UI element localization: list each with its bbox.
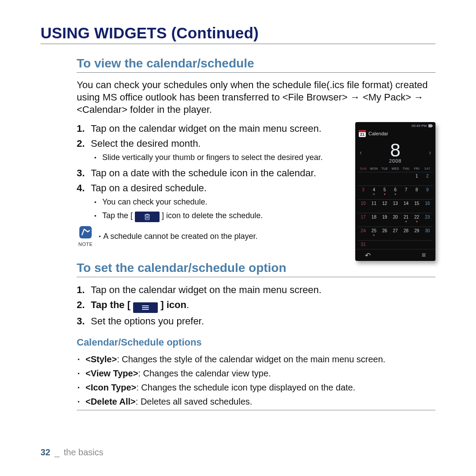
sub-list: You can check your schedule. Tap the [	[93, 197, 347, 222]
calendar-cell[interactable]: 28	[401, 227, 411, 238]
calendar-cell[interactable]: 14	[401, 199, 411, 210]
sub-item: Slide vertically your thumb or fingers t…	[93, 152, 347, 163]
calendar-cell[interactable]: 2	[422, 172, 433, 183]
calendar-cell[interactable]: 8	[411, 186, 422, 197]
step-text: ] icon	[160, 299, 186, 310]
step-item: Select the desired month. Slide vertical…	[77, 137, 347, 163]
option-key: <Icon Type>	[86, 383, 136, 392]
page-title: USING WIDGETS (Continued)	[41, 24, 435, 42]
calendar-cell[interactable]: 20	[390, 213, 401, 224]
calendar-cell[interactable]: 7	[401, 186, 411, 197]
divider	[77, 410, 435, 410]
calendar-cell[interactable]: 24	[358, 227, 368, 238]
svg-rect-2	[428, 124, 432, 127]
intro-text: You can check your schedules only when t…	[77, 79, 435, 116]
menu-icon[interactable]: ≡	[422, 251, 426, 259]
note-text: A schedule cannot be created on the play…	[99, 231, 258, 242]
divider	[77, 277, 435, 277]
options-heading: Calendar/Schedule options	[77, 337, 435, 348]
calendar-cell[interactable]: 23	[422, 213, 433, 224]
sub-item: You can check your schedule.	[93, 197, 347, 208]
month-number: 8	[362, 141, 429, 159]
calendar-cell[interactable]: 11	[368, 199, 379, 210]
calendar-cell[interactable]: 27	[390, 227, 401, 238]
options-list: <Style>: Changes the style of the calend…	[77, 353, 435, 408]
section-heading-set: To set the calendar/schedule option	[77, 261, 435, 275]
calendar-cell[interactable]: 1	[411, 172, 422, 183]
step-item: Tap on the calendar widget on the main m…	[77, 283, 435, 297]
calendar-grid[interactable]: 1234567891011121314151617181920212223242…	[355, 172, 435, 251]
calendar-cell[interactable]: 18	[368, 213, 379, 224]
calendar-cell	[368, 172, 379, 183]
option-value: : Changes the style of the calendar widg…	[117, 354, 385, 364]
step-item: Tap on a date with the schedule icon in …	[77, 167, 347, 180]
dow-label: WED	[390, 167, 401, 170]
status-time: 05:49 PM	[412, 124, 427, 128]
steps-list-set: Tap on the calendar widget on the main m…	[77, 283, 435, 328]
calendar-cell[interactable]: 25	[368, 227, 379, 238]
dow-label: FRI	[411, 167, 422, 170]
section-heading-view: To view the calendar/schedule	[77, 56, 435, 71]
status-bar: 05:49 PM	[355, 122, 435, 129]
dow-label: SAT	[422, 167, 433, 170]
footer-section: the basics	[64, 447, 104, 457]
step-item: Tap on the calendar widget on the main m…	[77, 122, 347, 135]
calendar-cell[interactable]: 19	[379, 213, 390, 224]
trash-icon	[135, 212, 160, 222]
calendar-cell[interactable]: 13	[390, 199, 401, 210]
step-item: Tap on a desired schedule. You can check…	[77, 182, 347, 222]
chevron-right-icon[interactable]: ›	[429, 149, 431, 156]
sub-item: Tap the [ ] icon to delete t	[93, 210, 347, 222]
calendar-mini-icon: 21	[359, 130, 366, 137]
calendar-cell[interactable]: 9	[422, 186, 433, 197]
calendar-cell[interactable]: 5	[379, 186, 390, 197]
softkey-bar: ↶ ≡	[355, 249, 435, 261]
option-key: <Delete All>	[86, 397, 136, 406]
option-value: : Changes the calendar view type.	[138, 368, 271, 378]
calendar-cell[interactable]: 30	[422, 227, 433, 238]
calendar-cell[interactable]: 4	[368, 186, 379, 197]
option-value: : Deletes all saved schedules.	[136, 397, 253, 406]
option-key: <View Type>	[86, 368, 138, 378]
divider	[41, 44, 435, 44]
calendar-cell[interactable]: 22	[411, 213, 422, 224]
svg-rect-3	[432, 125, 433, 126]
page-number: 32	[41, 447, 50, 457]
svg-rect-1	[79, 226, 92, 238]
calendar-cell[interactable]: 29	[411, 227, 422, 238]
battery-icon	[428, 124, 433, 127]
sub-list: Slide vertically your thumb or fingers t…	[93, 152, 347, 163]
app-title: Calendar	[368, 131, 388, 136]
calendar-cell[interactable]: 16	[422, 199, 433, 210]
calendar-cell[interactable]: 3	[358, 186, 368, 197]
page-footer: 32 _ the basics	[41, 447, 104, 457]
option-item: <Style>: Changes the style of the calend…	[77, 353, 435, 366]
calendar-cell[interactable]: 6	[390, 186, 401, 197]
footer-separator: _	[55, 447, 60, 457]
step-text: Select the desired month.	[91, 138, 201, 149]
back-icon[interactable]: ↶	[365, 251, 371, 260]
step-item: Tap the [ ] icon.	[77, 298, 435, 313]
calendar-mini-day: 21	[359, 132, 366, 137]
calendar-cell[interactable]: 21	[401, 213, 411, 224]
step-text: Tap on a desired schedule.	[91, 182, 207, 193]
divider	[77, 72, 435, 73]
device-screenshot: 05:49 PM 21 Calendar ‹ 8 20	[355, 122, 435, 261]
option-item: <Delete All>: Deletes all saved schedule…	[77, 395, 435, 408]
dow-label: THU	[401, 167, 411, 170]
step-text: .	[186, 299, 189, 310]
calendar-cell[interactable]: 17	[358, 213, 368, 224]
calendar-cell	[401, 172, 411, 183]
calendar-cell[interactable]: 10	[358, 199, 368, 210]
sub-text: Tap the [	[102, 211, 133, 220]
note-label: NOTE	[78, 242, 93, 247]
step-text: Tap the [	[91, 299, 130, 310]
calendar-cell[interactable]: 26	[379, 227, 390, 238]
calendar-cell[interactable]: 15	[411, 199, 422, 210]
option-value: : Changes the schedule icon type display…	[136, 383, 355, 392]
menu-icon	[133, 302, 158, 313]
steps-list-view: Tap on the calendar widget on the main m…	[77, 122, 347, 222]
calendar-cell[interactable]: 12	[379, 199, 390, 210]
sub-text: ] icon to delete the schedule.	[162, 211, 263, 220]
note-icon	[79, 226, 92, 241]
